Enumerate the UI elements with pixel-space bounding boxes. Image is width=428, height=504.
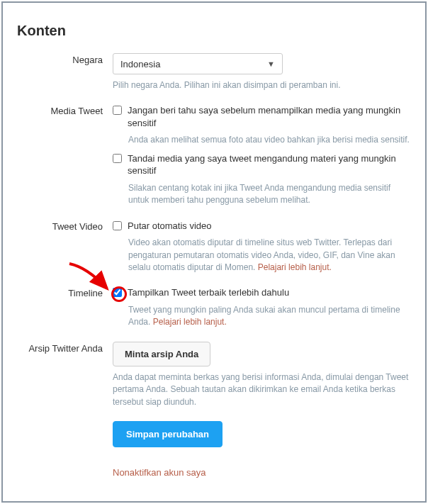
save-changes-button[interactable]: Simpan perubahan — [113, 421, 223, 447]
autoplay-learn-more-link[interactable]: Pelajari lebih lanjut. — [258, 262, 332, 272]
timeline-best-first-label: Tampilkan Tweet terbaik terlebih dahulu — [128, 286, 289, 299]
autoplay-video-label: Putar otomatis video — [128, 220, 212, 233]
chevron-down-icon: ▼ — [267, 60, 275, 68]
deactivate-account-link[interactable]: Nonaktifkan akun saya — [113, 467, 411, 478]
tweet-video-row: Tweet Video Putar otomatis video Video a… — [17, 220, 411, 274]
timeline-label: Timeline — [17, 286, 113, 298]
media-sensitive-warn-help: Anda akan melihat semua foto atau video … — [128, 134, 411, 146]
tweet-video-label: Tweet Video — [17, 220, 113, 232]
media-tweet-row: Media Tweet Jangan beri tahu saya sebelu… — [17, 104, 411, 206]
media-sensitive-mark-label: Tandai media yang saya tweet mengandung … — [128, 152, 411, 177]
media-sensitive-mark-help: Silakan centang kotak ini jika Tweet And… — [128, 182, 411, 207]
country-value: Indonesia — [120, 59, 160, 69]
archive-help: Anda dapat meminta berkas yang berisi in… — [113, 371, 411, 408]
media-tweet-label: Media Tweet — [17, 104, 113, 116]
page-title: Konten — [17, 23, 411, 39]
media-sensitive-warn-label: Jangan beri tahu saya sebelum menampilka… — [128, 104, 411, 129]
save-row: Simpan perubahan — [17, 421, 411, 447]
timeline-row: Timeline Tampilkan Tweet terbaik terlebi… — [17, 286, 411, 328]
timeline-learn-more-link[interactable]: Pelajari lebih lanjut. — [153, 317, 227, 327]
timeline-best-first-checkbox[interactable] — [113, 288, 122, 297]
archive-label: Arsip Twitter Anda — [17, 342, 113, 354]
media-sensitive-mark-checkbox[interactable] — [113, 154, 122, 163]
country-label: Negara — [17, 53, 113, 65]
media-sensitive-warn-checkbox[interactable] — [113, 106, 122, 115]
archive-row: Arsip Twitter Anda Minta arsip Anda Anda… — [17, 342, 411, 408]
country-help: Pilih negara Anda. Pilihan ini akan disi… — [113, 79, 411, 91]
country-row: Negara Indonesia ▼ Pilih negara Anda. Pi… — [17, 53, 411, 91]
autoplay-video-checkbox[interactable] — [113, 221, 122, 230]
request-archive-button[interactable]: Minta arsip Anda — [113, 342, 210, 366]
autoplay-video-help: Video akan otomatis diputar di timeline … — [128, 237, 411, 274]
timeline-help: Tweet yang mungkin paling Anda sukai aka… — [128, 304, 411, 329]
country-select[interactable]: Indonesia ▼ — [113, 53, 283, 74]
